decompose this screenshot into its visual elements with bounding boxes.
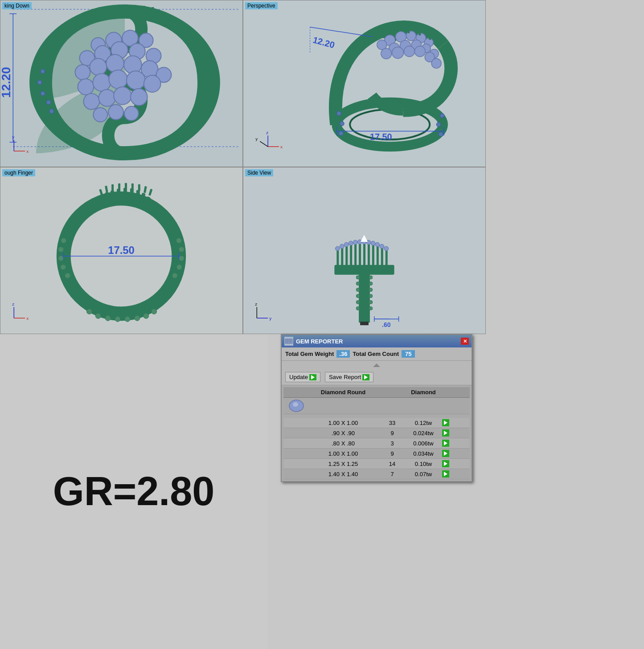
svg-rect-151: [354, 243, 357, 266]
row-2-action[interactable]: [441, 439, 450, 447]
gem-reporter-title-area: GEM REPORTER: [284, 337, 343, 346]
row-3-empty: [285, 453, 308, 454]
row-2-weight: 0.006tw: [406, 440, 441, 447]
row-2-arrow-button[interactable]: [442, 440, 449, 447]
svg-rect-41: [107, 6, 110, 11]
row-4-action[interactable]: [441, 460, 450, 468]
viewport-botleft[interactable]: ough Finger: [0, 167, 243, 334]
update-play-icon: [309, 374, 316, 380]
row-2-arrow-icon: [444, 441, 447, 445]
svg-point-126: [152, 309, 157, 314]
row-5-count: 7: [379, 470, 406, 478]
svg-rect-77: [438, 41, 440, 47]
row-0-count: [379, 405, 406, 406]
viewport-botright[interactable]: Side View: [243, 167, 486, 334]
svg-rect-73: [397, 26, 399, 33]
row-0-action[interactable]: [441, 419, 450, 427]
row-4-arrow-button[interactable]: [442, 460, 449, 467]
svg-text:z: z: [12, 302, 14, 306]
svg-point-34: [124, 106, 139, 121]
svg-point-123: [125, 316, 130, 322]
svg-rect-145: [359, 274, 370, 322]
svg-point-179: [369, 282, 373, 286]
row-3-arrow-button[interactable]: [442, 450, 449, 457]
row-5-action[interactable]: [441, 470, 450, 478]
save-play-triangle-icon: [364, 375, 368, 380]
svg-point-31: [131, 89, 148, 106]
row-4-weight: 0.10tw: [406, 460, 441, 468]
row-4-size: 1.25 X 1.25: [308, 460, 379, 468]
svg-point-65: [381, 48, 392, 59]
svg-rect-148: [341, 247, 343, 266]
gem-reporter-titlebar: GEM REPORTER ✕: [282, 335, 472, 347]
row-0-arrow-button[interactable]: [442, 419, 449, 426]
svg-rect-153: [363, 243, 365, 266]
row-1-arrow-icon: [444, 431, 447, 435]
row-1-action[interactable]: [441, 429, 450, 437]
svg-point-119: [86, 309, 92, 314]
row-5-empty: [285, 473, 308, 474]
expand-arrow[interactable]: [282, 361, 472, 369]
svg-point-37: [41, 91, 45, 96]
svg-point-110: [179, 247, 184, 252]
row-0-size: 1.00 X 1.00: [308, 419, 379, 427]
gem-reporter-panel: GEM REPORTER ✕ Total Gem Weight .36 Tota…: [281, 334, 472, 482]
table-row-4: 1.25 X 1.25 14 0.10tw: [283, 459, 470, 469]
row-3-size: 1.00 X 1.00: [308, 450, 379, 457]
row-3-action[interactable]: [441, 449, 450, 457]
table-row-1: .90 X .90 9 0.024tw: [283, 428, 470, 438]
viewport-botleft-label: ough Finger: [2, 169, 35, 176]
svg-rect-152: [359, 243, 361, 266]
svg-point-35: [41, 69, 45, 73]
svg-point-38: [46, 100, 51, 105]
row-0-size: [308, 405, 379, 406]
viewport-topright[interactable]: Perspective: [243, 0, 486, 167]
svg-rect-184: [360, 322, 369, 325]
table-row-2: .80 X .80 3 0.006tw: [283, 438, 470, 449]
gem-table-header: Diamond Round Diamond: [283, 387, 470, 398]
svg-point-181: [369, 294, 373, 298]
row-5-arrow-button[interactable]: [442, 470, 449, 478]
svg-rect-150: [350, 244, 352, 266]
header-col-diamond: Diamond: [406, 388, 441, 396]
row-0-weight: [406, 405, 441, 406]
svg-text:z: z: [266, 130, 268, 135]
svg-rect-147: [336, 249, 339, 266]
svg-text:x: x: [280, 144, 283, 149]
header-col-icon: [285, 388, 308, 396]
total-gem-weight-value: .36: [336, 350, 350, 358]
svg-point-115: [58, 247, 64, 252]
main-container: king Down 12.20: [0, 0, 644, 649]
table-row-icon: [283, 398, 470, 414]
svg-point-118: [65, 273, 70, 278]
svg-point-174: [356, 288, 360, 292]
svg-rect-128: [117, 189, 120, 197]
svg-point-27: [144, 75, 161, 92]
update-button[interactable]: Update: [285, 372, 320, 382]
row-4-empty: [285, 463, 308, 464]
svg-point-183: [369, 306, 373, 310]
viewport-topleft[interactable]: king Down 12.20: [0, 0, 243, 167]
save-play-icon: [362, 374, 369, 380]
gem-reporter-close-button[interactable]: ✕: [461, 338, 469, 345]
svg-point-25: [109, 70, 127, 89]
row-5-arrow-icon: [444, 472, 447, 476]
svg-point-201: [293, 402, 298, 407]
save-report-button[interactable]: Save Report: [325, 372, 373, 382]
play-triangle-icon: [311, 375, 315, 380]
svg-point-159: [335, 246, 340, 251]
svg-text:z: z: [255, 302, 257, 306]
svg-text:x: x: [26, 316, 29, 321]
row-5-size: 1.40 X 1.40: [308, 470, 379, 478]
svg-rect-100: [111, 184, 114, 191]
svg-point-24: [93, 73, 111, 91]
svg-rect-78: [444, 48, 446, 54]
svg-point-122: [115, 316, 120, 322]
svg-point-68: [414, 46, 425, 57]
viewport-topleft-label: king Down: [2, 2, 32, 9]
row-1-arrow-button[interactable]: [442, 429, 449, 437]
svg-point-70: [431, 58, 441, 68]
svg-point-79: [336, 111, 341, 116]
total-gem-weight-label: Total Gem Weight: [285, 351, 334, 357]
row-0-arrow-icon: [444, 420, 447, 425]
